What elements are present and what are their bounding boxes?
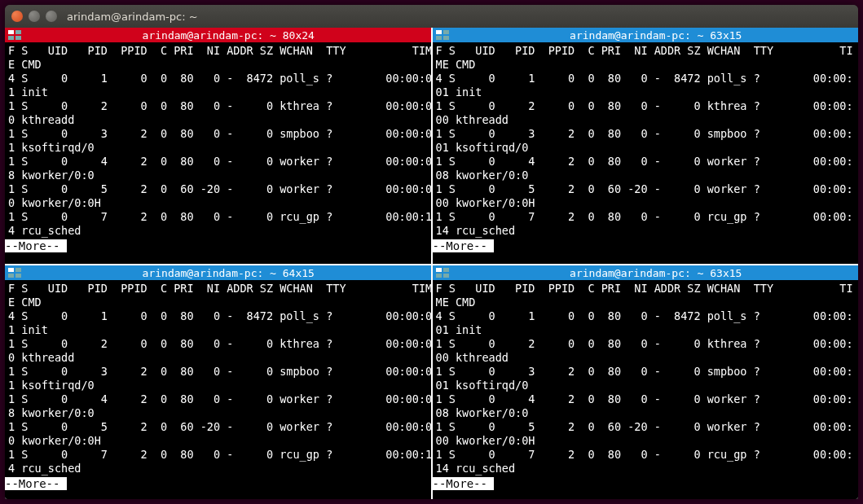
more-prompt[interactable]: --More-- <box>5 239 431 252</box>
pane-title: arindam@arindam-pc: ~ 63x15 <box>457 29 856 42</box>
pane-titlebar[interactable]: arindam@arindam-pc: ~ 63x15 <box>433 28 859 42</box>
maximize-icon[interactable] <box>46 11 57 22</box>
close-icon[interactable] <box>11 11 23 22</box>
pane-layout-icon <box>8 268 24 278</box>
svg-rect-3 <box>15 36 21 40</box>
pane-3[interactable]: arindam@arindam-pc: ~ 63x15F S UID PID P… <box>433 265 859 499</box>
pane-layout-icon <box>436 30 452 40</box>
svg-rect-8 <box>8 268 14 272</box>
svg-rect-13 <box>443 268 449 272</box>
svg-rect-4 <box>436 30 442 34</box>
pane-title: arindam@arindam-pc: ~ 63x15 <box>457 267 856 279</box>
svg-rect-0 <box>8 30 14 34</box>
pane-content[interactable]: F S UID PID PPID C PRI NI ADDR SZ WCHAN … <box>433 280 859 477</box>
terminal-body: arindam@arindam-pc: ~ 80x24F S UID PID P… <box>5 28 858 499</box>
svg-rect-2 <box>8 36 14 40</box>
pane-layout-icon <box>8 30 24 40</box>
window-title: arindam@arindam-pc: ~ <box>67 11 198 23</box>
svg-rect-14 <box>436 274 442 278</box>
more-prompt[interactable]: --More-- <box>433 477 859 490</box>
more-prompt[interactable]: --More-- <box>5 477 431 490</box>
more-prompt[interactable]: --More-- <box>433 239 859 252</box>
pane-content[interactable]: F S UID PID PPID C PRI NI ADDR SZ WCHAN … <box>5 42 431 239</box>
svg-rect-1 <box>15 30 21 34</box>
pane-titlebar[interactable]: arindam@arindam-pc: ~ 80x24 <box>5 28 431 42</box>
pane-content[interactable]: F S UID PID PPID C PRI NI ADDR SZ WCHAN … <box>5 280 431 477</box>
pane-titlebar[interactable]: arindam@arindam-pc: ~ 63x15 <box>433 265 859 280</box>
svg-rect-11 <box>15 274 21 278</box>
minimize-icon[interactable] <box>29 11 40 22</box>
pane-1[interactable]: arindam@arindam-pc: ~ 63x15F S UID PID P… <box>433 28 859 264</box>
svg-rect-6 <box>436 36 442 40</box>
pane-title: arindam@arindam-pc: ~ 80x24 <box>29 29 428 42</box>
pane-2[interactable]: arindam@arindam-pc: ~ 64x15F S UID PID P… <box>5 265 431 499</box>
svg-rect-10 <box>8 274 14 278</box>
svg-rect-9 <box>15 268 21 272</box>
window-titlebar[interactable]: arindam@arindam-pc: ~ <box>5 5 858 28</box>
window-controls <box>11 11 57 22</box>
svg-rect-15 <box>443 274 449 278</box>
pane-titlebar[interactable]: arindam@arindam-pc: ~ 64x15 <box>5 265 431 280</box>
pane-0[interactable]: arindam@arindam-pc: ~ 80x24F S UID PID P… <box>5 28 431 264</box>
terminal-window: arindam@arindam-pc: ~ arindam@arindam-pc… <box>5 5 858 499</box>
pane-title: arindam@arindam-pc: ~ 64x15 <box>29 267 428 279</box>
svg-rect-7 <box>443 36 449 40</box>
pane-layout-icon <box>436 268 452 278</box>
pane-content[interactable]: F S UID PID PPID C PRI NI ADDR SZ WCHAN … <box>433 42 859 239</box>
svg-rect-12 <box>436 268 442 272</box>
split-grid: arindam@arindam-pc: ~ 80x24F S UID PID P… <box>5 28 858 499</box>
svg-rect-5 <box>443 30 449 34</box>
